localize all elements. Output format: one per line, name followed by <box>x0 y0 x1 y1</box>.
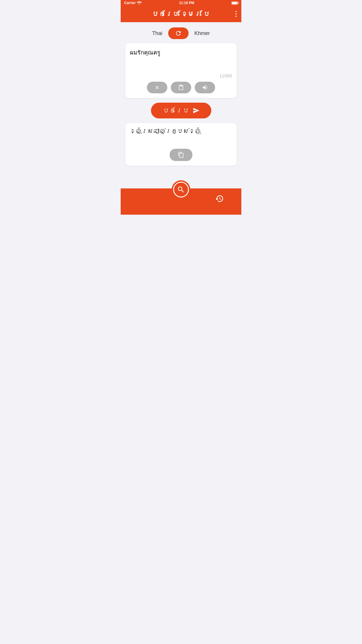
source-text[interactable]: ผมรักคุณครู <box>130 48 232 71</box>
output-card: ខ្ញុំស្រឡាញ់គ្រូបស់ខ្ញុំ <box>125 123 237 166</box>
speaker-icon <box>202 85 208 90</box>
copy-icon <box>178 152 184 158</box>
carrier-label: Carrier <box>124 1 136 5</box>
translated-text: ខ្ញុំស្រឡាញ់គ្រូបស់ខ្ញុំ <box>130 128 232 145</box>
menu-dot <box>236 16 237 17</box>
output-actions <box>130 149 232 161</box>
translate-button-wrap: បកប្រែ <box>121 103 241 118</box>
status-time: 11:16 PM <box>179 1 194 5</box>
char-count: 11/300 <box>130 74 232 78</box>
language-switcher: Thai Khmer <box>121 22 241 43</box>
history-nav-item[interactable] <box>215 194 224 203</box>
refresh-icon <box>175 30 182 37</box>
status-battery-area <box>231 1 238 5</box>
bottom-navigation <box>121 188 241 215</box>
battery-icon <box>231 1 238 5</box>
battery-fill <box>232 2 237 4</box>
source-language-label: Thai <box>152 30 162 36</box>
app-header: បកប្រែ ខ្មែរ បែ <box>121 6 241 22</box>
copy-output-button[interactable] <box>170 149 192 161</box>
search-fab[interactable] <box>172 180 190 199</box>
clear-button[interactable] <box>147 82 167 93</box>
input-actions <box>130 82 232 93</box>
wifi-icon <box>137 1 142 5</box>
app-title: បកប្រែ ខ្មែរ បែ <box>152 10 210 18</box>
send-icon <box>193 107 200 114</box>
menu-dot <box>236 11 237 12</box>
more-menu-button[interactable] <box>236 11 237 17</box>
speak-button[interactable] <box>195 82 215 93</box>
history-icon <box>215 194 224 203</box>
search-fab-inner <box>173 182 189 197</box>
menu-dot <box>236 13 237 15</box>
clear-icon <box>154 85 160 90</box>
paste-button[interactable] <box>171 82 191 93</box>
paste-icon <box>178 85 184 90</box>
status-carrier: Carrier <box>124 1 142 5</box>
search-icon <box>177 186 185 194</box>
translate-button[interactable]: បកប្រែ <box>151 103 211 118</box>
target-language-label: Khmer <box>194 30 210 36</box>
status-bar: Carrier 11:16 PM <box>121 0 241 6</box>
translate-button-label: បកប្រែ <box>163 107 189 114</box>
swap-languages-button[interactable] <box>168 27 189 39</box>
input-card: ผมรักคุณครู 11/300 <box>125 43 237 98</box>
